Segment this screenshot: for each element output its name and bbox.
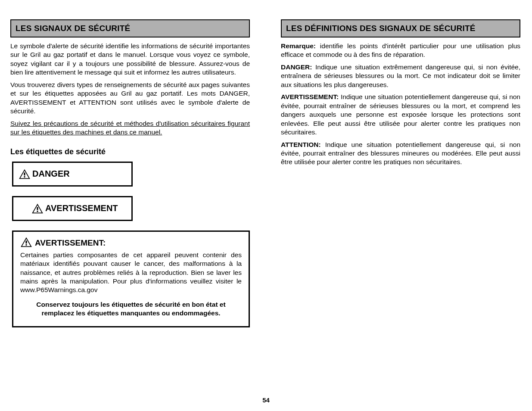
prop65-warning-title: AVERTISSEMENT:: [35, 238, 106, 249]
prop65-warning-body: Certaines parties composantes de cet app…: [20, 251, 242, 294]
danger-def-text: Indique une situation extrêmement danger…: [281, 63, 520, 88]
section-header-right-text: LES DÉFINITIONS DES SIGNAUX DE SÉCURITÉ: [286, 24, 476, 33]
section-header-left-text: LES SIGNAUX DE SÉCURITÉ: [16, 24, 130, 33]
right-column: LES DÉFINITIONS DES SIGNAUX DE SÉCURITÉ …: [281, 19, 520, 170]
left-column: LES SIGNAUX DE SÉCURITÉ Le symbole d'ale…: [10, 19, 250, 336]
svg-rect-2: [37, 207, 38, 210]
svg-rect-0: [24, 172, 25, 175]
attn-def-label: ATTENTION:: [281, 141, 321, 148]
alert-triangle-icon: [19, 169, 31, 179]
left-para-3: Suivez les précautions de sécurité et mé…: [10, 119, 250, 137]
svg-point-3: [37, 210, 38, 212]
note-para: Remarque: identifie les points d'intérêt…: [281, 42, 520, 59]
left-para-1: Le symbole d'alerte de sécurité identifi…: [10, 42, 250, 77]
note-text: identifie les points d'intérêt particuli…: [281, 42, 520, 58]
avert-def-label: AVERTISSEMENT:: [281, 93, 339, 100]
attn-def-para: ATTENTION: Indique une situation potenti…: [281, 140, 520, 167]
section-header-left: LES SIGNAUX DE SÉCURITÉ: [10, 19, 250, 37]
avertissement-label-box: AVERTISSEMENT: [12, 196, 133, 221]
danger-def-para: DANGER: Indique une situation extrêmemen…: [281, 63, 520, 89]
prop65-warning-final: Conservez toujours les étiquettes de séc…: [20, 300, 242, 318]
svg-rect-4: [25, 240, 27, 243]
danger-label-box: DANGER: [12, 162, 133, 187]
avertissement-label-text: AVERTISSEMENT: [45, 203, 118, 213]
alert-triangle-icon: [31, 203, 44, 214]
labels-heading: Les étiquettes de sécurité: [10, 147, 250, 156]
danger-label-text: DANGER: [32, 169, 70, 179]
danger-def-label: DANGER:: [281, 63, 312, 71]
note-label: Remarque:: [281, 42, 316, 50]
prop65-warning-box: AVERTISSEMENT: Certaines parties composa…: [12, 230, 250, 328]
section-header-right: LES DÉFINITIONS DES SIGNAUX DE SÉCURITÉ: [281, 19, 520, 37]
alert-triangle-icon: [20, 237, 32, 247]
svg-point-5: [25, 244, 27, 245]
left-para-3-underline: Suivez les précautions de sécurité et mé…: [10, 120, 250, 136]
left-para-2: Vous trouverez divers types de renseigne…: [10, 81, 250, 116]
page-number: 54: [0, 396, 532, 404]
svg-point-1: [24, 176, 25, 177]
avert-def-para: AVERTISSEMENT: Indique une situation pot…: [281, 93, 520, 137]
